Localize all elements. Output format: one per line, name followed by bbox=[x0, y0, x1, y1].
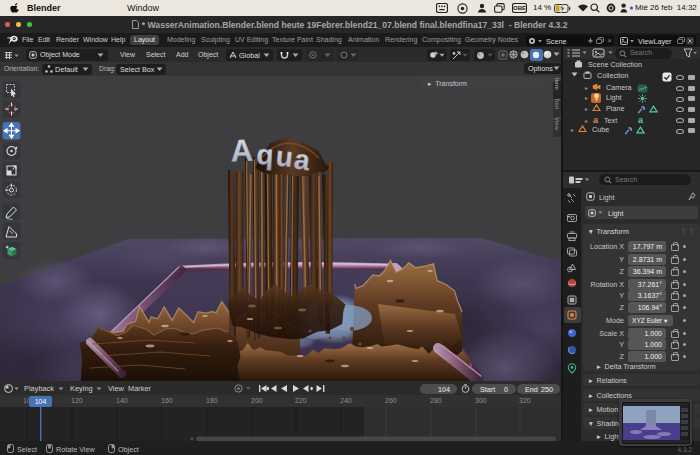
svg-text:u: u bbox=[274, 140, 294, 173]
svg-text:q: q bbox=[256, 139, 275, 171]
svg-text:A: A bbox=[230, 133, 254, 169]
svg-text:OBE: OBE bbox=[513, 5, 526, 11]
